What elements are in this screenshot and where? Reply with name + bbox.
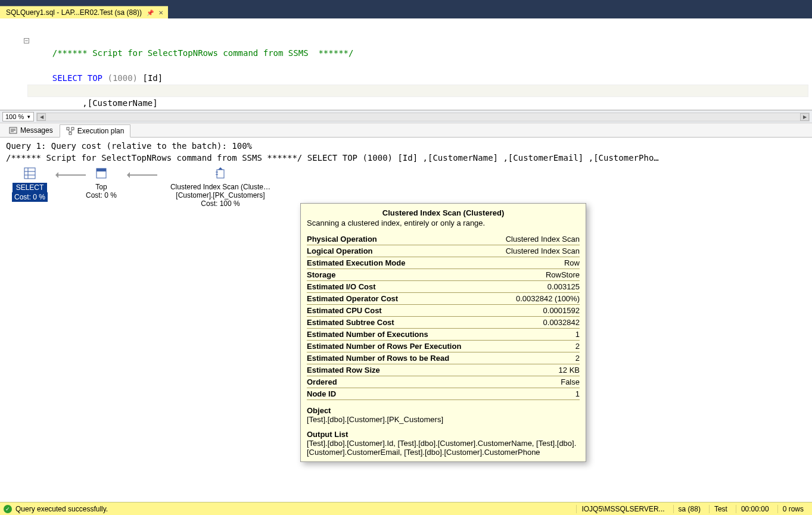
plan-tooltip: Clustered Index Scan (Clustered) Scannin…: [300, 203, 586, 462]
svg-rect-14: [97, 168, 106, 171]
tooltip-row-key: Estimated Operator Cost: [307, 293, 491, 305]
plan-node-cost: Cost: 100 %: [149, 199, 292, 208]
tooltip-row: Estimated Row Size12 KB: [307, 364, 580, 376]
status-db: Test: [709, 505, 732, 513]
close-icon[interactable]: ✕: [158, 10, 163, 16]
editor-zoom-bar: 100 % ▼ ◀ ▶: [0, 110, 812, 123]
tooltip-row-key: Estimated Number of Rows Per Execution: [307, 341, 491, 352]
tooltip-row-key: Logical Operation: [307, 245, 491, 257]
tab-messages[interactable]: Messages: [2, 124, 60, 137]
tooltip-row: Physical OperationClustered Index Scan: [307, 233, 580, 245]
svg-rect-5: [71, 127, 74, 130]
select-icon: [23, 166, 37, 180]
tooltip-row: Estimated Execution ModeRow: [307, 257, 580, 269]
tooltip-row-key: Estimated Number of Executions: [307, 329, 491, 341]
svg-rect-9: [24, 168, 35, 179]
zoom-dropdown[interactable]: 100 % ▼: [2, 112, 34, 121]
plan-node-label: Clustered Index Scan (Cluste…: [149, 183, 292, 191]
document-tab-strip: SQLQuery1.sql - LAP...ER02.Test (sa (88)…: [0, 5, 812, 18]
tooltip-row-value: RowStore: [491, 269, 580, 281]
plan-node-index-scan[interactable]: Clustered Index Scan (Cluste… [Customer]…: [149, 166, 292, 208]
pin-icon[interactable]: 📌: [147, 10, 154, 16]
title-bar-strip: [0, 0, 812, 5]
tab-title: SQLQuery1.sql - LAP...ER02.Test (sa (88)…: [6, 8, 142, 17]
plan-node-sub: [Customer].[PK_Customers]: [149, 191, 292, 199]
sql-comment: /****** Script for SelectTopNRows comman…: [52, 48, 354, 58]
plan-header-line2: /****** Script for SelectTopNRows comman…: [6, 152, 806, 164]
tooltip-row-value: Clustered Index Scan: [491, 233, 580, 245]
plan-node-cost: Cost: 0 %: [12, 192, 48, 202]
scroll-right-icon[interactable]: ▶: [800, 113, 809, 121]
tooltip-row-value: 1: [491, 388, 580, 400]
tooltip-row-key: Estimated Row Size: [307, 364, 491, 376]
tooltip-row-value: False: [491, 376, 580, 388]
tooltip-output-heading: Output List: [307, 430, 580, 439]
tooltip-row-value: 1: [491, 329, 580, 341]
tooltip-row: Estimated Operator Cost0.0032842 (100%): [307, 293, 580, 305]
tooltip-row-value: Row: [491, 257, 580, 269]
tooltip-row-value: 0.0032842: [491, 317, 580, 329]
editor-h-scrollbar[interactable]: ◀ ▶: [36, 113, 810, 121]
top-icon: [94, 166, 108, 180]
tooltip-row-value: 2: [491, 352, 580, 364]
tab-messages-label: Messages: [20, 126, 53, 135]
svg-rect-4: [67, 127, 69, 130]
plan-node-label: Top: [77, 183, 125, 191]
status-rows: 0 rows: [777, 505, 808, 513]
result-tab-strip: Messages Execution plan: [0, 123, 812, 138]
tooltip-row-value: Clustered Index Scan: [491, 245, 580, 257]
chevron-down-icon: ▼: [26, 114, 31, 120]
plan-header-line1: Query 1: Query cost (relative to the bat…: [6, 140, 806, 152]
tooltip-output-value: [Test].[dbo].[Customer].Id, [Test].[dbo]…: [307, 439, 580, 457]
zoom-value: 100 %: [5, 113, 24, 120]
tooltip-row: Estimated Number of Rows to be Read2: [307, 352, 580, 364]
sql-col: ,[CustomerName]: [52, 98, 158, 108]
tooltip-row: OrderedFalse: [307, 376, 580, 388]
svg-rect-15: [217, 170, 224, 178]
plan-icon: [66, 127, 74, 135]
svg-line-7: [68, 130, 70, 132]
tooltip-row-key: Physical Operation: [307, 233, 491, 245]
status-server: IOJQ5\MSSQLSERVER...: [576, 505, 669, 513]
tooltip-row: Estimated Number of Rows Per Execution2: [307, 341, 580, 352]
collapse-toggle-icon[interactable]: −: [24, 38, 29, 43]
tooltip-row-value: 0.0001592: [491, 305, 580, 317]
tooltip-row: Node ID1: [307, 388, 580, 400]
scroll-left-icon[interactable]: ◀: [37, 113, 46, 121]
status-user: sa (88): [673, 505, 705, 513]
tooltip-row: StorageRowStore: [307, 269, 580, 281]
tooltip-row: Logical OperationClustered Index Scan: [307, 245, 580, 257]
tooltip-title: Clustered Index Scan (Clustered): [307, 208, 580, 217]
tooltip-row: Estimated CPU Cost0.0001592: [307, 305, 580, 317]
sql-keyword: SELECT: [52, 73, 88, 83]
document-tab-active[interactable]: SQLQuery1.sql - LAP...ER02.Test (sa (88)…: [0, 6, 168, 18]
tooltip-row-value: 0.0032842 (100%): [491, 293, 580, 305]
tooltip-row-key: Estimated Subtree Cost: [307, 317, 491, 329]
tooltip-row: Estimated Subtree Cost0.0032842: [307, 317, 580, 329]
tooltip-properties-table: Physical OperationClustered Index ScanLo…: [307, 233, 580, 400]
svg-line-8: [70, 130, 73, 132]
tooltip-row-key: Estimated I/O Cost: [307, 281, 491, 293]
tab-execution-plan[interactable]: Execution plan: [60, 124, 131, 138]
messages-icon: [9, 126, 17, 135]
tooltip-row-key: Ordered: [307, 376, 491, 388]
status-time: 00:00:00: [736, 505, 774, 513]
tooltip-row: Estimated Number of Executions1: [307, 329, 580, 341]
plan-node-select[interactable]: SELECT Cost: 0 %: [6, 166, 54, 202]
tab-plan-label: Execution plan: [77, 127, 125, 135]
tooltip-row-value: 2: [491, 341, 580, 352]
tooltip-row-key: Node ID: [307, 388, 491, 400]
tooltip-row: Estimated I/O Cost0.003125: [307, 281, 580, 293]
tooltip-row-key: Estimated CPU Cost: [307, 305, 491, 317]
tooltip-row-key: Estimated Execution Mode: [307, 257, 491, 269]
plan-node-label: SELECT: [13, 183, 48, 192]
status-message: Query executed successfully.: [15, 505, 108, 513]
tooltip-object-value: [Test].[dbo].[Customer].[PK_Customers]: [307, 415, 580, 424]
success-icon: ✓: [4, 505, 12, 513]
svg-rect-6: [69, 132, 71, 135]
tooltip-row-value: 0.003125: [491, 281, 580, 293]
tooltip-row-value: 12 KB: [491, 364, 580, 376]
tooltip-object-heading: Object: [307, 406, 580, 415]
sql-editor[interactable]: − /****** Script for SelectTopNRows comm…: [0, 18, 812, 110]
plan-node-top[interactable]: Top Cost: 0 %: [77, 166, 125, 199]
